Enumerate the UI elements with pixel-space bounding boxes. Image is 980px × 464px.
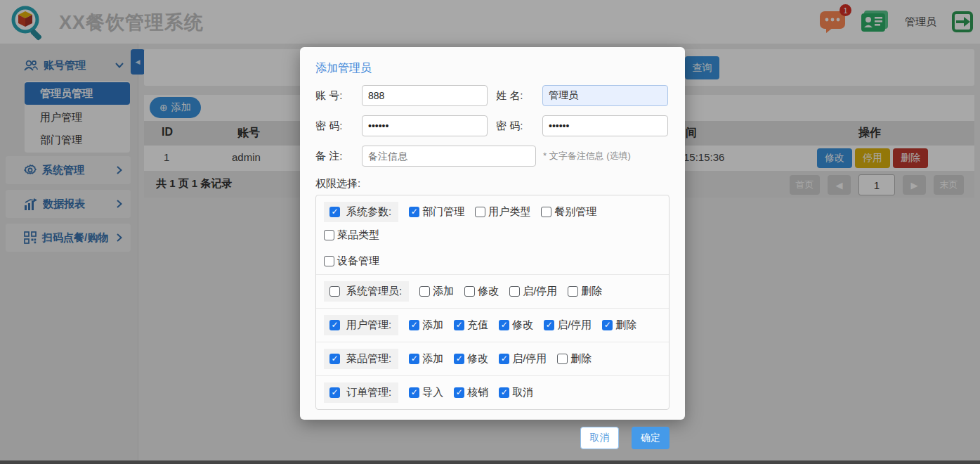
permission-section-label: 权限选择:: [315, 177, 669, 191]
permission-box: 系统参数:部门管理用户类型餐别管理菜品类型设备管理系统管理员:添加修改启/停用删…: [315, 195, 669, 410]
permission-option-label: 启/停用: [523, 285, 557, 298]
password-label: 密 码:: [315, 120, 362, 133]
permission-option-label: 修改: [478, 285, 499, 298]
checkbox-icon[interactable]: [499, 354, 509, 364]
checkbox-icon[interactable]: [464, 286, 475, 297]
checkbox-icon[interactable]: [544, 320, 554, 330]
remark-hint: * 文字备注信息 (选填): [543, 150, 631, 162]
permission-option[interactable]: 取消: [499, 386, 533, 399]
remark-label: 备 注:: [315, 150, 362, 163]
permission-row: 订单管理:导入核销取消: [316, 375, 669, 409]
checkbox-icon[interactable]: [509, 286, 520, 297]
permission-option-label: 启/停用: [512, 352, 547, 366]
permission-option-label: 添加: [433, 285, 454, 298]
permission-option-label: 添加: [422, 352, 443, 366]
permission-option-label: 核销: [467, 386, 488, 399]
checkbox-icon[interactable]: [454, 320, 464, 330]
checkbox-icon[interactable]: [324, 256, 334, 266]
permission-option[interactable]: 导入: [409, 386, 443, 399]
permission-option[interactable]: 启/停用: [509, 285, 557, 298]
checkbox-icon[interactable]: [475, 207, 485, 217]
checkbox-icon[interactable]: [409, 354, 419, 364]
permission-group-label: 菜品管理:: [346, 352, 391, 366]
permission-option-label: 删除: [581, 285, 602, 298]
permission-group-label: 系统管理员:: [346, 285, 402, 298]
add-admin-dialog: 添加管理员 账 号: 姓 名: 密 码: 密 码: 备 注: * 文字备注信息 …: [300, 47, 685, 420]
permission-group-toggle[interactable]: 系统参数:: [324, 202, 398, 222]
permission-group-toggle[interactable]: 系统管理员:: [324, 281, 409, 302]
checkbox-icon[interactable]: [602, 320, 613, 330]
checkbox-icon[interactable]: [329, 387, 340, 398]
permission-option-label: 菜品类型: [337, 228, 379, 242]
permission-option-label: 取消: [512, 386, 533, 399]
checkbox-icon[interactable]: [541, 207, 551, 217]
permission-option[interactable]: 启/停用: [544, 318, 592, 332]
remark-input[interactable]: [362, 146, 536, 167]
checkbox-icon[interactable]: [419, 286, 430, 297]
permission-option[interactable]: 修改: [464, 285, 499, 298]
permission-option[interactable]: 添加: [409, 352, 443, 366]
permission-option[interactable]: 部门管理: [409, 205, 464, 219]
permission-option[interactable]: 添加: [409, 318, 443, 332]
permission-option[interactable]: 删除: [602, 318, 636, 332]
account-label: 账 号:: [315, 89, 362, 103]
confirm-button[interactable]: 确定: [632, 427, 669, 449]
permission-group-label: 系统参数:: [346, 205, 391, 219]
permission-option[interactable]: 修改: [499, 318, 533, 332]
permission-option-label: 充值: [467, 318, 488, 332]
checkbox-icon[interactable]: [329, 207, 340, 217]
permission-option[interactable]: 删除: [557, 352, 592, 366]
permission-option-label: 删除: [570, 352, 592, 366]
permission-option[interactable]: 添加: [419, 285, 454, 298]
account-input[interactable]: [362, 85, 488, 106]
checkbox-icon[interactable]: [568, 286, 578, 297]
permission-option[interactable]: 启/停用: [499, 352, 547, 366]
permission-option-label: 删除: [615, 318, 636, 332]
cancel-button[interactable]: 取消: [580, 427, 619, 449]
checkbox-icon[interactable]: [329, 354, 340, 364]
permission-row: 菜品管理:添加修改启/停用删除: [316, 342, 669, 375]
permission-option[interactable]: 修改: [454, 352, 488, 366]
permission-group-toggle[interactable]: 菜品管理:: [324, 349, 398, 369]
permission-group-toggle[interactable]: 用户管理:: [324, 315, 398, 335]
permission-option-label: 修改: [512, 318, 533, 332]
checkbox-icon[interactable]: [324, 230, 334, 240]
permission-group-label: 订单管理:: [346, 386, 391, 399]
name-label: 姓 名:: [496, 89, 542, 103]
permission-group-toggle[interactable]: 订单管理:: [324, 382, 398, 403]
permission-option-label: 用户类型: [488, 205, 530, 219]
permission-row: 系统管理员:添加修改启/停用删除: [316, 274, 669, 308]
permission-option[interactable]: 菜品类型: [324, 228, 379, 242]
checkbox-icon[interactable]: [409, 207, 419, 217]
permission-row: 系统参数:部门管理用户类型餐别管理菜品类型设备管理: [316, 195, 669, 274]
checkbox-icon[interactable]: [329, 286, 340, 297]
permission-option[interactable]: 充值: [454, 318, 488, 332]
checkbox-icon[interactable]: [409, 320, 419, 330]
permission-option[interactable]: 设备管理: [324, 254, 379, 268]
checkbox-icon[interactable]: [409, 387, 419, 398]
permission-option[interactable]: 餐别管理: [541, 205, 596, 219]
permission-option-label: 设备管理: [337, 254, 379, 268]
checkbox-icon[interactable]: [499, 387, 509, 398]
permission-option-label: 修改: [467, 352, 488, 366]
permission-option[interactable]: 核销: [454, 386, 488, 399]
permission-group-label: 用户管理:: [346, 318, 391, 332]
password2-input[interactable]: [542, 115, 668, 136]
permission-option-label: 部门管理: [422, 205, 464, 219]
permission-option[interactable]: 删除: [568, 285, 602, 298]
permission-option[interactable]: 用户类型: [475, 205, 530, 219]
checkbox-icon[interactable]: [557, 354, 568, 364]
name-input[interactable]: [542, 85, 668, 106]
password-input[interactable]: [362, 115, 488, 136]
checkbox-icon[interactable]: [329, 320, 340, 330]
password2-label: 密 码:: [496, 120, 542, 133]
permission-option-label: 导入: [422, 386, 443, 399]
permission-option-label: 启/停用: [557, 318, 592, 332]
permission-option-label: 餐别管理: [554, 205, 596, 219]
permission-row: 用户管理:添加充值修改启/停用删除: [316, 308, 669, 342]
dialog-title: 添加管理员: [315, 61, 669, 76]
permission-option-label: 添加: [422, 318, 443, 332]
checkbox-icon[interactable]: [454, 354, 464, 364]
checkbox-icon[interactable]: [499, 320, 509, 330]
checkbox-icon[interactable]: [454, 387, 464, 398]
